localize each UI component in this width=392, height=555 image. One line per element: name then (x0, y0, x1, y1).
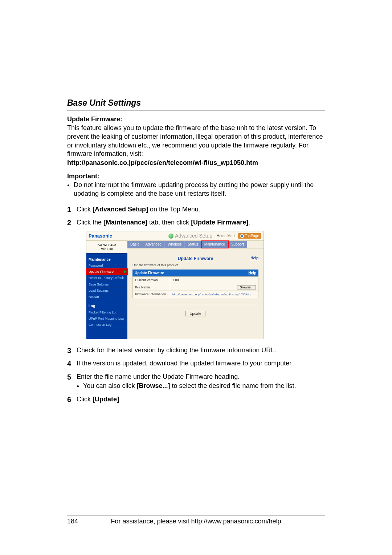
step-6: Click [Update]. (67, 395, 325, 404)
model-version: Ver. 1.00 (101, 247, 113, 251)
uf-strip: Update Firmware Help (132, 270, 258, 277)
globe-icon (168, 234, 173, 239)
uf-table: Current Version 1.00 File Name Browse... (132, 276, 258, 298)
model-number: KX-WPA102 (87, 243, 127, 247)
tab-support[interactable]: Support (228, 241, 247, 248)
help-link-top[interactable]: Help (250, 256, 258, 261)
step-5: Enter the file name under the Update Fir… (67, 372, 325, 390)
sidebar-item-load[interactable]: Load Settings (86, 288, 127, 294)
step-2-text-e: . (248, 219, 250, 226)
uf-strip-title: Update Firmware (135, 271, 164, 276)
model-box: KX-WPA102 Ver. 1.00 (86, 241, 127, 254)
sidebar-cat-log: Log (86, 300, 127, 309)
toppage-button[interactable]: TopPage (238, 233, 261, 239)
help-link-strip[interactable]: Help (248, 271, 256, 276)
brand-logo: Panasonic (89, 233, 112, 239)
main-content: Update Firmware Help Update firmware of … (127, 248, 264, 321)
step-1-bold: [Advanced Setup] (93, 206, 148, 213)
tab-wireless[interactable]: Wireless (165, 241, 185, 248)
tab-basic[interactable]: Basic (127, 241, 142, 248)
step-1-text-a: Click (77, 206, 93, 213)
step-5-sublist: You can also click [Browse...] to select… (77, 382, 325, 390)
uf-cell-info-label: Firmware Information (133, 291, 170, 298)
uf-sub: Update firmware of this product. (132, 263, 258, 267)
sidebar-item-update-firmware[interactable]: Update Firmware (86, 269, 127, 275)
step-2-bold-1: [Maintenance] (103, 219, 147, 226)
sidebar-item-save[interactable]: Save Settings (86, 281, 127, 288)
step-1-text-c: on the Top Menu. (148, 206, 200, 213)
important-list: Do not interrupt the firmware updating p… (67, 181, 325, 198)
home-mode-label: Home Mode (217, 234, 236, 239)
sidebar-item-upnp-log[interactable]: UPnP Port Mapping Log (86, 316, 127, 322)
screenshot-topbar: Panasonic Advanced Setup Home Mode TopPa… (86, 231, 264, 241)
toppage-text: TopPage (245, 234, 259, 239)
step-5-sub-c: to select the desired file name from the… (170, 382, 296, 389)
step-2-text-a: Click the (77, 219, 103, 226)
sidebar-item-update-firmware-label: Update Firmware (89, 270, 114, 274)
uf-row-file: File Name Browse... (133, 284, 258, 291)
footer-rule (67, 515, 325, 515)
uf-cell-version-label: Current Version (133, 277, 170, 284)
step-2-text-c: tab, then click (147, 219, 191, 226)
uf-title: Update Firmware Help (132, 256, 258, 262)
step-2-bold-2: [Update Firmware] (191, 219, 248, 226)
sidebar-item-conn-log[interactable]: Connection Log (86, 322, 127, 328)
sidebar-cat-maintenance: Maintenance (86, 254, 127, 263)
important-heading: Important: (67, 173, 325, 180)
advanced-setup-label: Advanced Setup (168, 232, 212, 239)
update-button[interactable]: Update (185, 311, 205, 316)
sidebar: KX-WPA102 Ver. 1.00 Maintenance Password… (86, 241, 127, 339)
update-firmware-heading: Update Firmware: (67, 116, 325, 123)
advanced-setup-text: Advanced Setup (175, 232, 212, 239)
uf-cell-file-label: File Name (133, 284, 170, 291)
step-1: Click [Advanced Setup] on the Top Menu. (67, 205, 325, 214)
page-number: 184 (67, 518, 89, 525)
uf-cell-file-value: Browse... (170, 284, 258, 291)
uf-row-version: Current Version 1.00 (133, 277, 258, 284)
step-5-text: Enter the file name under the Update Fir… (77, 373, 240, 380)
uf-cell-info-value: http://panasonic.co.jp/pcc/cs/en/telecom… (170, 291, 258, 298)
main-panel: Basic Advanced Wireless Status Maintenan… (127, 241, 264, 339)
firmware-info-url: http://panasonic.co.jp/pcc/cs/en/telecom… (67, 159, 325, 167)
steps-list: Click [Advanced Setup] on the Top Menu. … (67, 205, 325, 404)
important-bullet: Do not interrupt the firmware updating p… (74, 181, 325, 198)
tab-advanced[interactable]: Advanced (142, 241, 164, 248)
sidebar-arrow-icon (124, 270, 127, 274)
tab-status[interactable]: Status (185, 241, 201, 248)
update-row: Update (132, 305, 258, 316)
step-5-sub: You can also click [Browse...] to select… (83, 382, 325, 390)
section-rule (67, 110, 325, 110)
uf-title-text: Update Firmware (178, 256, 213, 261)
sidebar-item-restart[interactable]: Restart (86, 294, 127, 300)
browse-button[interactable]: Browse... (237, 285, 256, 289)
footer-text: For assistance, please visit http://www.… (89, 518, 303, 525)
toppage-icon (240, 234, 244, 238)
update-firmware-body: This feature allows you to update the fi… (67, 124, 325, 158)
step-6-text-a: Click (77, 396, 93, 403)
router-screenshot: Panasonic Advanced Setup Home Mode TopPa… (86, 231, 264, 339)
uf-row-info: Firmware Information http://panasonic.co… (133, 291, 258, 298)
sidebar-item-password[interactable]: Password (86, 263, 127, 269)
tab-bar: Basic Advanced Wireless Status Maintenan… (127, 241, 264, 248)
step-2: Click the [Maintenance] tab, then click … (67, 218, 325, 339)
footer-row: 184 For assistance, please visit http://… (67, 518, 325, 525)
section-title: Base Unit Settings (67, 98, 325, 108)
tab-maintenance[interactable]: Maintenance (201, 241, 228, 248)
footer: 184 For assistance, please visit http://… (67, 515, 325, 525)
step-5-sub-a: You can also click (83, 382, 136, 389)
sidebar-item-reset[interactable]: Reset to Factory Default (86, 275, 127, 281)
sidebar-item-packet-log[interactable]: Packet Filtering Log (86, 309, 127, 316)
step-6-bold: [Update] (93, 396, 119, 403)
step-6-text-c: . (119, 396, 121, 403)
step-4: If the version is updated, download the … (67, 359, 325, 368)
step-3: Check for the latest version by clicking… (67, 346, 325, 355)
firmware-info-link[interactable]: http://panasonic.co.jp/pcc/cs/en/telecom… (172, 293, 251, 296)
step-5-sub-b: [Browse...] (136, 382, 170, 389)
uf-cell-version-value: 1.00 (170, 277, 258, 284)
